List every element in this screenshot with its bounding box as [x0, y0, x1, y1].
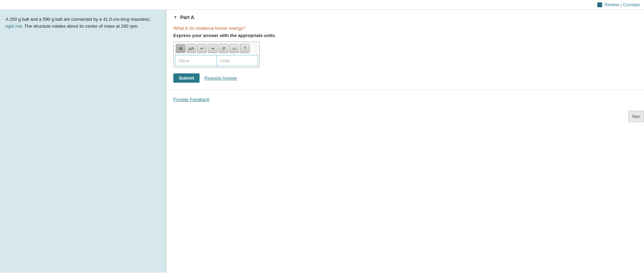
request-answer-button[interactable]: Request Answer [204, 75, 237, 81]
answer-toolbar: ⊞ μA ↩ ↪ ↺ ▭ [175, 43, 258, 54]
help-icon: ? [244, 46, 246, 51]
provide-feedback-button[interactable]: Provide Feedback [173, 97, 210, 102]
question-word-its: its [190, 26, 195, 31]
instruction-text: Express your answer with the appropriate… [173, 33, 637, 38]
problem-text-highlight: rigid rod [6, 24, 22, 29]
question-word-what: What [173, 26, 185, 31]
undo-icon: ↩ [200, 46, 204, 51]
help-button[interactable]: ? [240, 44, 250, 53]
keyboard-icon: ▭ [232, 46, 236, 51]
submit-button[interactable]: Submit [173, 73, 200, 83]
problem-text-part2: . The structure rotates about its center… [22, 24, 139, 29]
right-panel: ▼ Part A What is its rotational kinetic … [166, 10, 644, 273]
problem-text: A 250 g ball and a 590 g ball are connec… [6, 16, 160, 29]
question-word-is: is [185, 26, 190, 31]
reset-icon: ↺ [222, 46, 225, 51]
undo-button[interactable]: ↩ [197, 44, 207, 53]
grid-icon: ⊞ [179, 47, 182, 51]
bottom-section: Provide Feedback [166, 90, 644, 109]
part-a-header: ▼ Part A [173, 15, 637, 20]
part-a-section: ▼ Part A What is its rotational kinetic … [166, 10, 644, 90]
separator: | [620, 2, 622, 7]
left-panel: A 250 g ball and a 590 g ball are connec… [0, 10, 166, 273]
question-word-kinetic: kinetic [215, 26, 229, 31]
mu-button[interactable]: μA [186, 44, 196, 53]
answer-box: ⊞ μA ↩ ↪ ↺ ▭ [173, 42, 260, 68]
question-word-rotational: rotational [195, 26, 215, 31]
keyboard-button[interactable]: ▭ [229, 44, 239, 53]
next-button-area: Nex [628, 111, 644, 122]
review-icon [597, 2, 602, 7]
units-input[interactable] [217, 55, 258, 66]
question-word-energy: energy? [229, 26, 245, 31]
redo-button[interactable]: ↪ [208, 44, 218, 53]
value-input[interactable] [175, 55, 217, 66]
next-button[interactable]: Nex [628, 111, 644, 122]
top-bar-links: Review | Constan [597, 2, 640, 7]
action-row: Submit Request Answer [173, 73, 637, 83]
question-text: What is its rotational kinetic energy? [173, 26, 637, 31]
main-layout: A 250 g ball and a 590 g ball are connec… [0, 10, 644, 273]
reset-button[interactable]: ↺ [219, 44, 228, 53]
part-a-label: Part A [180, 15, 194, 20]
problem-text-part1: A 250 g ball and a 590 g ball are connec… [6, 17, 150, 22]
review-link[interactable]: Review [605, 2, 619, 7]
constants-link[interactable]: Constan [623, 2, 640, 7]
mu-icon: μA [189, 46, 194, 51]
input-row [175, 55, 258, 66]
redo-icon: ↪ [211, 46, 214, 51]
grid-button[interactable]: ⊞ [176, 44, 185, 53]
part-a-arrow-icon: ▼ [173, 15, 177, 20]
top-bar: Review | Constan [0, 0, 644, 10]
